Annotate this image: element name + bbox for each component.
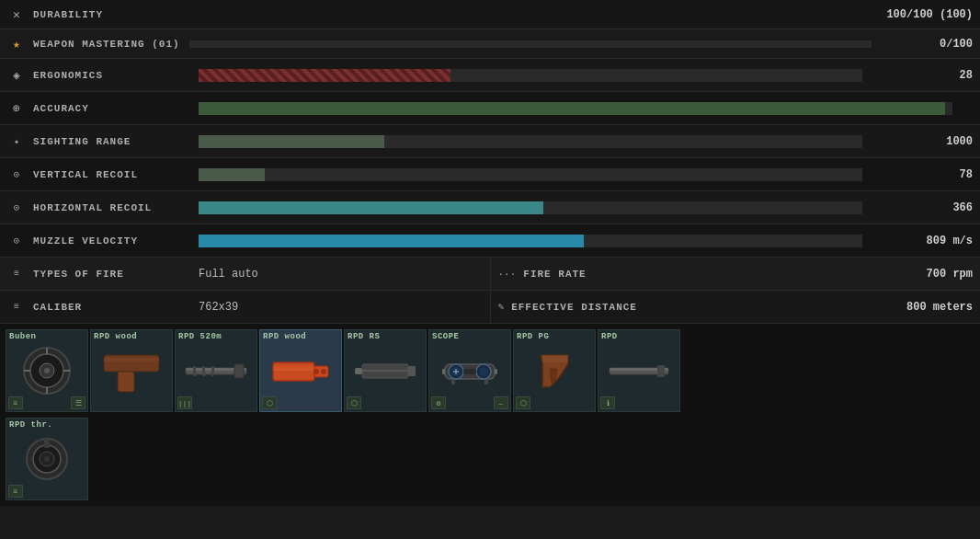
item-label-6: RPD PG xyxy=(517,332,549,341)
mastering-value: 0/100 xyxy=(881,38,973,51)
item-icon-6 xyxy=(522,343,587,398)
types-of-fire-icon: ≡ xyxy=(7,265,26,283)
horizontal-recoil-bar-fill xyxy=(199,201,543,214)
effective-distance-value: 800 meters xyxy=(881,301,973,314)
vertical-recoil-bar-track xyxy=(199,168,862,181)
types-of-fire-value: Full auto xyxy=(199,268,258,281)
fire-rate-half: ··· FIRE RATE 700 rpm xyxy=(491,258,981,290)
item-label-8: RPD thr. xyxy=(9,420,52,430)
barrel-icon xyxy=(184,346,248,396)
item-badge-5: ⚙ xyxy=(431,396,446,409)
svg-rect-38 xyxy=(484,379,488,384)
item-badge-4: ⬡ xyxy=(347,396,361,409)
svg-rect-20 xyxy=(276,369,313,371)
caliber-label: CALIBER xyxy=(33,302,180,313)
ergonomics-value: 28 xyxy=(881,69,973,82)
svg-rect-35 xyxy=(442,369,445,374)
item-label-5: SCOPE xyxy=(432,332,460,341)
durability-row: ✕ DURABILITY 100/100 (100) xyxy=(0,0,980,29)
mastering-icon: ★ xyxy=(7,35,26,53)
pistolgrip-icon xyxy=(522,346,587,396)
sighting-range-label: SIGHTING RANGE xyxy=(33,136,180,147)
item-slot-0[interactable]: Buben ≡ ☰ xyxy=(6,329,88,412)
item-icon-0 xyxy=(15,343,79,398)
item-slot-4[interactable]: RPD RS ⬡ xyxy=(344,329,427,412)
types-fire-row: ≡ TYPES OF FIRE Full auto ··· FIRE RATE … xyxy=(0,258,980,291)
horizontal-recoil-value: 366 xyxy=(881,201,973,214)
types-of-fire-half: ≡ TYPES OF FIRE Full auto xyxy=(0,258,491,290)
item-badge-8: ≡ xyxy=(8,485,23,498)
svg-rect-37 xyxy=(451,379,455,384)
sighting-range-row: ✦ SIGHTING RANGE 1000 xyxy=(0,125,980,158)
sighting-range-bar-track xyxy=(199,135,862,148)
svg-point-32 xyxy=(479,367,488,376)
item-slot-7[interactable]: RPD ℹ xyxy=(598,329,680,412)
caliber-row: ≡ CALIBER 762x39 ✎ EFFECTIVE DISTANCE 80… xyxy=(0,291,980,324)
ergonomics-label: ERGONOMICS xyxy=(33,70,180,81)
horizontal-recoil-bar-area xyxy=(180,191,881,224)
svg-rect-24 xyxy=(408,366,416,376)
item-icon-2 xyxy=(184,343,248,398)
svg-rect-10 xyxy=(104,358,159,361)
muzzle-velocity-label: MUZZLE VELOCITY xyxy=(33,235,180,247)
inventory-area-2: RPD thr. ≡ xyxy=(0,418,980,506)
item-slot-5[interactable]: SCOPE ⚙ — xyxy=(428,329,511,412)
accuracy-value: 1.31 MOA xyxy=(971,102,980,115)
ergonomics-icon: ◈ xyxy=(7,66,26,85)
item-badge-right-0: ☰ xyxy=(71,396,85,409)
svg-rect-8 xyxy=(104,355,159,372)
fire-rate-icon: ··· xyxy=(498,269,517,280)
barrel2-icon xyxy=(607,346,671,396)
muzzle-velocity-row: ⊙ MUZZLE VELOCITY 809 m/s xyxy=(0,224,980,258)
item-icon-3 xyxy=(268,343,333,398)
sighting-range-bar-area xyxy=(180,125,881,157)
muzzle-velocity-bar-area xyxy=(180,224,881,257)
item-slot-1[interactable]: RPD wood xyxy=(90,329,173,412)
item-slot-3[interactable]: RPD wood ⬡ xyxy=(259,329,342,412)
stock-icon xyxy=(268,346,333,396)
item-badge-right-5: — xyxy=(494,396,508,409)
item-slot-6[interactable]: RPD PG ⬡ xyxy=(513,329,596,412)
muzzle-velocity-value: 809 m/s xyxy=(881,235,973,247)
grip-icon xyxy=(99,346,164,396)
muzzle-velocity-icon: ⊙ xyxy=(7,232,26,250)
weapon-mastering-row: ★ WEAPON MASTERING (01) 0/100 xyxy=(0,29,980,59)
item-slot-8[interactable]: RPD thr. ≡ xyxy=(6,418,88,500)
effective-distance-half: ✎ EFFECTIVE DISTANCE 800 meters xyxy=(491,291,981,323)
accuracy-bar-track xyxy=(199,102,952,115)
item-label-2: RPD 520m xyxy=(178,332,222,341)
svg-point-3 xyxy=(44,368,50,373)
item-badge-2: ||| xyxy=(177,396,192,409)
item-slot-2[interactable]: RPD 520m ||| xyxy=(175,329,257,412)
effective-distance-label: EFFECTIVE DISTANCE xyxy=(511,302,658,313)
caliber-value: 762x39 xyxy=(199,301,238,314)
svg-rect-25 xyxy=(355,368,362,374)
item-icon-8 xyxy=(15,431,79,487)
item-badge-0: ≡ xyxy=(8,396,23,409)
horizontal-recoil-bar-track xyxy=(199,201,862,214)
mastering-label: WEAPON MASTERING (01) xyxy=(33,39,180,50)
item-icon-1 xyxy=(99,343,164,398)
svg-point-46 xyxy=(44,456,50,462)
item-label-4: RPD RS xyxy=(348,332,380,341)
svg-rect-9 xyxy=(118,372,134,392)
caliber-half: ≡ CALIBER 762x39 xyxy=(0,291,491,323)
sighting-range-icon: ✦ xyxy=(7,132,26,151)
fire-rate-label: FIRE RATE xyxy=(523,269,670,280)
muzzle-velocity-bar-track xyxy=(199,235,862,247)
item-icon-5 xyxy=(438,343,502,398)
item-icon-4 xyxy=(353,343,417,398)
durability-value: 100/100 (100) xyxy=(877,8,973,21)
sighting-range-bar-fill xyxy=(199,135,384,148)
horizontal-recoil-row: ⊙ HORIZONTAL RECOIL 366 xyxy=(0,191,980,224)
svg-rect-17 xyxy=(273,362,314,381)
accuracy-icon: ⊕ xyxy=(7,99,26,118)
tool-icon xyxy=(353,346,417,396)
item-badge-3: ⬡ xyxy=(262,396,277,409)
durability-icon: ✕ xyxy=(7,6,26,24)
svg-point-21 xyxy=(313,369,319,374)
muzzle-velocity-bar-fill xyxy=(199,235,584,247)
types-of-fire-label: TYPES OF FIRE xyxy=(33,269,180,280)
vertical-recoil-value: 78 xyxy=(881,168,973,181)
durability-label: DURABILITY xyxy=(33,9,180,20)
